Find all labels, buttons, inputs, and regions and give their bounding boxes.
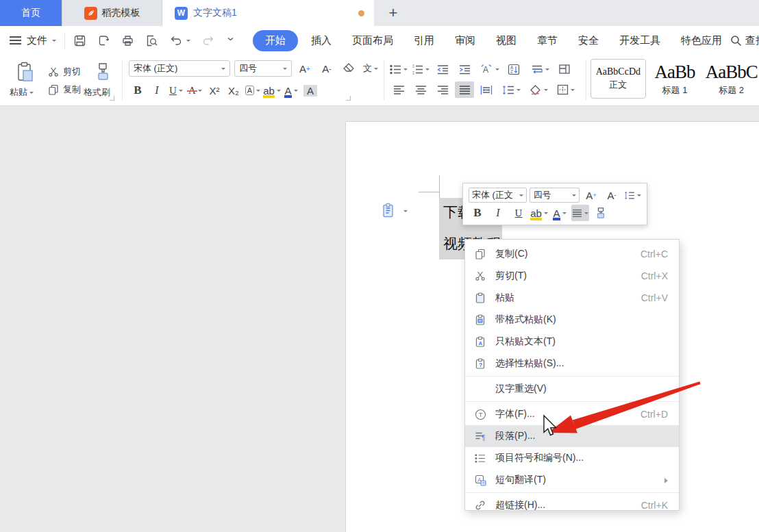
mini-font-size-select[interactable]: 四号 bbox=[530, 188, 580, 203]
bold-button[interactable]: B bbox=[129, 82, 147, 99]
copy-icon bbox=[472, 249, 488, 259]
shading-button[interactable] bbox=[526, 81, 551, 98]
menu-item-paste-text-only[interactable]: A 只粘贴文本(T) bbox=[465, 331, 679, 353]
mini-format-painter-button[interactable] bbox=[592, 205, 610, 221]
dialog-launcher[interactable] bbox=[110, 96, 114, 101]
ribbon-tab-insert[interactable]: 插入 bbox=[301, 31, 342, 51]
underline-button[interactable]: U bbox=[167, 82, 185, 99]
sort-button[interactable]: AZ bbox=[504, 61, 523, 77]
style-heading-1[interactable]: AaBb 标题 1 bbox=[647, 59, 703, 99]
tab-home[interactable]: 首页 bbox=[0, 0, 62, 26]
menu-item-paste[interactable]: 粘贴 Ctrl+V bbox=[465, 287, 679, 309]
tab-document[interactable]: W 文字文稿1 bbox=[162, 0, 374, 26]
cut-button[interactable]: 剪切 bbox=[48, 63, 81, 81]
highlight-color-button[interactable]: ab bbox=[263, 82, 281, 99]
borders-button[interactable] bbox=[553, 81, 578, 98]
character-shading-button[interactable]: A bbox=[301, 82, 319, 99]
export-button[interactable] bbox=[97, 34, 110, 47]
bullets-button[interactable] bbox=[389, 61, 408, 77]
style-body-text[interactable]: AaBbCcDd 正文 bbox=[590, 59, 646, 99]
redo-button[interactable] bbox=[201, 34, 215, 47]
numbering-button[interactable] bbox=[411, 61, 430, 77]
new-tab-button[interactable]: + bbox=[374, 0, 412, 26]
mini-font-name-select[interactable]: 宋体 (正文 bbox=[469, 188, 527, 203]
menu-item-bullets-numbering[interactable]: 项目符号和编号(N)... bbox=[465, 447, 679, 469]
ribbon-tab-special-features[interactable]: 特色应用 bbox=[671, 31, 732, 51]
chevron-down-icon bbox=[374, 68, 378, 70]
distribute-button[interactable] bbox=[477, 81, 496, 98]
menu-item-hanzi-reselect[interactable]: 汉字重选(V) bbox=[465, 378, 679, 400]
paste-button[interactable] bbox=[15, 62, 36, 84]
mini-highlight-button[interactable]: ab bbox=[530, 205, 548, 221]
decrease-indent-button[interactable] bbox=[433, 61, 452, 77]
ribbon-tab-developer[interactable]: 开发工具 bbox=[609, 31, 671, 51]
font-size-select[interactable]: 四号 bbox=[234, 60, 292, 77]
ribbon-tab-references[interactable]: 引用 bbox=[403, 31, 445, 51]
format-painter-button[interactable] bbox=[93, 62, 112, 84]
mini-grow-font-button[interactable]: A+ bbox=[582, 187, 600, 203]
grow-font-button[interactable]: A+ bbox=[296, 60, 314, 77]
mini-justify-button[interactable] bbox=[571, 205, 589, 221]
ribbon-tab-page-layout[interactable]: 页面布局 bbox=[342, 31, 403, 51]
clear-format-button[interactable] bbox=[340, 60, 358, 77]
ribbon-tab-sections[interactable]: 章节 bbox=[527, 31, 568, 51]
paste-label-button[interactable]: 粘贴 bbox=[10, 86, 34, 99]
mini-font-color-button[interactable]: A bbox=[551, 205, 569, 221]
file-menu-button[interactable]: 文件 bbox=[27, 34, 56, 47]
align-right-button[interactable] bbox=[433, 81, 452, 98]
menu-item-paste-special[interactable]: ? 选择性粘贴(S)... bbox=[465, 353, 679, 375]
ribbon-tab-review[interactable]: 审阅 bbox=[445, 31, 486, 51]
customize-toolbar-button[interactable] bbox=[226, 37, 235, 44]
chevron-down-icon bbox=[403, 68, 408, 71]
menu-item-copy[interactable]: 复制(C) Ctrl+C bbox=[465, 243, 679, 265]
docer-leaf-icon bbox=[84, 7, 97, 20]
find-button[interactable]: 查找 bbox=[730, 26, 759, 55]
superscript-button[interactable]: X² bbox=[206, 82, 223, 99]
menu-item-paste-with-format[interactable]: 带格式粘贴(K) bbox=[465, 309, 679, 331]
chevron-down-icon bbox=[179, 90, 183, 92]
mini-underline-button[interactable]: U bbox=[510, 205, 527, 221]
align-center-button[interactable] bbox=[411, 81, 430, 98]
undo-button[interactable] bbox=[169, 34, 190, 47]
print-button[interactable] bbox=[121, 34, 134, 47]
mini-bold-button[interactable]: B bbox=[469, 205, 486, 221]
mini-shrink-font-button[interactable]: A- bbox=[603, 187, 621, 203]
menu-separator bbox=[465, 376, 679, 377]
character-border-button[interactable]: A bbox=[244, 82, 262, 99]
paste-options-button[interactable] bbox=[381, 203, 408, 219]
hamburger-icon[interactable] bbox=[10, 36, 21, 45]
align-left-button[interactable] bbox=[389, 81, 408, 98]
save-button[interactable] bbox=[73, 34, 86, 47]
subscript-button[interactable]: X₂ bbox=[225, 82, 242, 99]
menu-item-cut[interactable]: 剪切(T) Ctrl+X bbox=[465, 265, 679, 287]
strikethrough-button[interactable]: A bbox=[186, 82, 204, 99]
text-direction-button[interactable]: A bbox=[477, 61, 501, 77]
font-name-select[interactable]: 宋体 (正文) bbox=[129, 60, 230, 77]
font-color-button[interactable]: A bbox=[282, 82, 300, 99]
menu-item-hyperlink[interactable]: 超链接(H)... Ctrl+K bbox=[465, 494, 679, 516]
mini-line-spacing-button[interactable] bbox=[623, 187, 641, 203]
increase-indent-button[interactable] bbox=[455, 61, 474, 77]
new-table-style-button[interactable] bbox=[555, 61, 574, 77]
ribbon-tab-security[interactable]: 安全 bbox=[568, 31, 609, 51]
justify-button[interactable] bbox=[455, 81, 474, 98]
shrink-font-button[interactable]: A- bbox=[318, 60, 336, 77]
style-heading-2[interactable]: AaBbC 标题 2 bbox=[704, 59, 759, 99]
show-marks-button[interactable] bbox=[526, 61, 552, 77]
pinyin-guide-button[interactable]: 文 bbox=[362, 60, 380, 77]
tab-template-store[interactable]: 稻壳模板 bbox=[62, 0, 162, 26]
chevron-down-icon bbox=[545, 68, 549, 71]
svg-text:T: T bbox=[478, 411, 482, 418]
ribbon-tab-view[interactable]: 视图 bbox=[486, 31, 527, 51]
italic-button[interactable]: I bbox=[148, 82, 166, 99]
line-spacing-button[interactable] bbox=[499, 81, 523, 98]
window-tab-bar: 首页 稻壳模板 W 文字文稿1 + bbox=[0, 0, 759, 26]
menu-item-paragraph[interactable]: ¶ 段落(P)... bbox=[465, 425, 679, 447]
print-preview-button[interactable] bbox=[145, 34, 158, 47]
copy-button[interactable]: 复制 bbox=[48, 81, 81, 99]
menu-item-font[interactable]: T 字体(F)... Ctrl+D bbox=[465, 403, 679, 425]
undo-dropdown-icon[interactable] bbox=[186, 40, 190, 42]
mini-italic-button[interactable]: I bbox=[489, 205, 507, 221]
menu-item-translate[interactable]: A中 短句翻译(T) bbox=[465, 469, 679, 491]
ribbon-tab-home[interactable]: 开始 bbox=[253, 30, 298, 51]
